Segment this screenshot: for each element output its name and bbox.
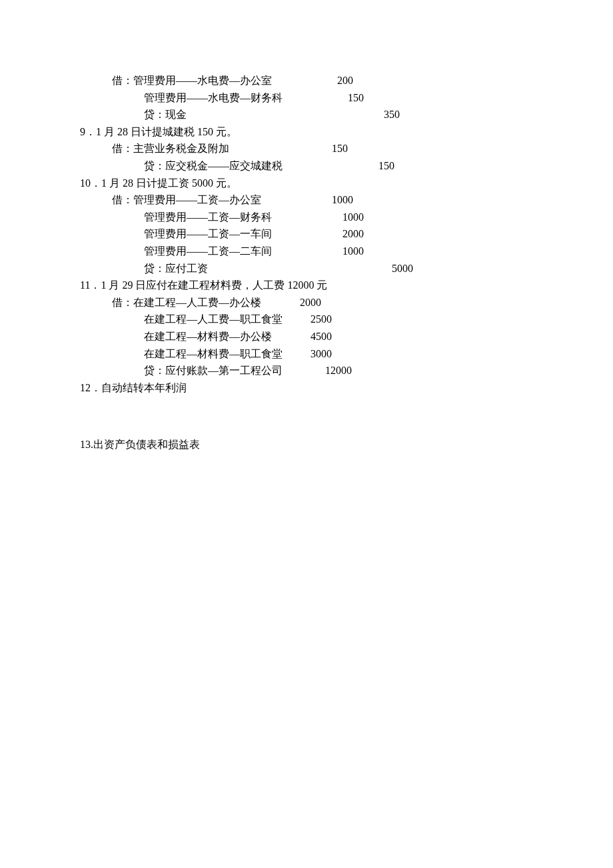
entry11-title: 11． 1 月 29 日应付在建工程材料费，人工费 12000 元 [80,277,613,294]
cr-account: 应付账款—第一工程公司 [165,362,305,379]
dr-account: 管理费用——工资—办公室 [133,191,306,209]
cr-label: 贷： [144,362,165,379]
dr-account: 在建工程—材料费—办公楼 [144,328,299,345]
dr-amount: 1000 [317,209,364,226]
item-number: 10． [80,175,101,192]
entry10-dr-line3: 管理费用——工资—一车间 2000 [80,225,613,243]
cr-amount: 5000 [353,260,413,277]
entry13-title: 13. 出资产负债表和损益表 [80,436,613,453]
entry12-title: 12． 自动结转本年利润 [80,379,613,397]
cr-amount: 12000 [305,362,352,379]
entry10-cr-line: 贷： 应付工资 5000 [80,260,613,277]
dr-amount: 150 [301,140,348,157]
dr-amount: 1000 [306,191,353,209]
entry11-dr-line4: 在建工程—材料费—职工食堂 3000 [80,345,613,363]
cr-amount: 150 [348,157,394,175]
dr-account: 管理费用——水电费—财务科 [144,89,317,107]
item-number: 13. [80,436,93,453]
entry10-dr-line1: 借： 管理费用——工资—办公室 1000 [80,191,613,209]
blank [306,260,353,277]
entry9-cr-line: 贷： 应交税金——应交城建税 150 [80,157,613,175]
dr-label: 借： [112,294,133,311]
dr-account: 管理费用——工资—一车间 [144,225,317,243]
cr-account: 应交税金——应交城建税 [165,157,348,175]
dr-amount: 3000 [299,345,332,363]
item-title: 自动结转本年利润 [101,379,187,397]
entry11-dr-line1: 借： 在建工程—人工费—办公楼 2000 [80,294,613,311]
entry10-title: 10． 1 月 28 日计提工资 5000 元。 [80,175,613,192]
dr-account: 管理费用——工资—二车间 [144,243,317,260]
entry10-dr-line2: 管理费用——工资—财务科 1000 [80,209,613,226]
dr-label: 借： [112,72,133,89]
entry11-cr-line: 贷： 应付账款—第一工程公司 12000 [80,362,613,379]
cr-label: 贷： [144,106,165,123]
dr-amount: 2500 [299,311,332,328]
dr-label: 借： [112,140,133,157]
cr-label: 贷： [144,157,165,175]
dr-amount: 2000 [288,294,321,311]
entry8-dr-line1: 借： 管理费用——水电费—办公室 200 [80,72,613,89]
dr-amount: 150 [317,89,364,107]
dr-account: 在建工程—材料费—职工食堂 [144,345,299,363]
entry11-dr-line2: 在建工程—人工费—职工食堂 2500 [80,311,613,328]
cr-account: 现金 [165,106,306,123]
item-title: 1 月 28 日计提城建税 150 元。 [96,123,237,141]
item-title: 1 月 28 日计提工资 5000 元。 [101,175,237,192]
dr-amount: 200 [306,72,353,89]
dr-account: 在建工程—人工费—职工食堂 [144,311,299,328]
entry8-cr-line: 贷： 现金 350 [80,106,613,123]
cr-label: 贷： [144,260,165,277]
item-number: 12． [80,379,101,397]
dr-account: 管理费用——工资—财务科 [144,209,317,226]
dr-amount: 4500 [299,328,332,345]
entry11-dr-line3: 在建工程—材料费—办公楼 4500 [80,328,613,345]
entry10-dr-line4: 管理费用——工资—二车间 1000 [80,243,613,260]
item-number: 11． [80,277,101,294]
spacer [80,396,613,436]
cr-account: 应付工资 [165,260,306,277]
cr-amount: 350 [353,106,400,123]
entry9-title: 9． 1 月 28 日计提城建税 150 元。 [80,123,613,141]
dr-amount: 1000 [317,243,364,260]
item-number: 9． [80,123,96,141]
item-title: 出资产负债表和损益表 [93,436,200,453]
dr-label: 借： [112,191,133,209]
entry9-dr-line: 借： 主营业务税金及附加 150 [80,140,613,157]
dr-account: 管理费用——水电费—办公室 [133,72,306,89]
blank [306,106,353,123]
entry8-dr-line2: 管理费用——水电费—财务科 150 [80,89,613,107]
dr-account: 主营业务税金及附加 [133,140,301,157]
dr-account: 在建工程—人工费—办公楼 [133,294,288,311]
item-title: 1 月 29 日应付在建工程材料费，人工费 12000 元 [101,277,327,294]
dr-amount: 2000 [317,225,364,243]
